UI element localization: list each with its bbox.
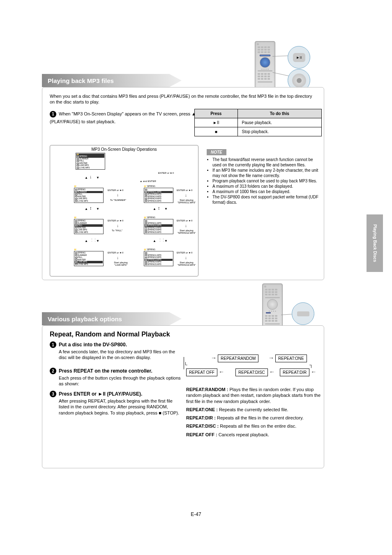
desc-text: Repeats all the files in the current dir… bbox=[217, 415, 304, 420]
osd-root-0: 📁 SPRING SUMMER FALL WINTER LIAR.MP3 LOV… bbox=[76, 153, 105, 170]
step-body: A few seconds later, the top directory a… bbox=[59, 349, 181, 361]
desc-label: REPEAT:RANDOM : bbox=[186, 387, 228, 392]
start2-label: Start playing "SPRING2.MP3" bbox=[175, 229, 198, 234]
step-body: Each press of the button cycles through … bbox=[59, 375, 181, 387]
step-lead: Press REPEAT on the remote controller. bbox=[59, 368, 152, 374]
repeat-cycle-diagram: → REPEAT:RANDOM → REPEAT:ONE ┐ REPEAT OF… bbox=[186, 355, 322, 383]
desc-label: REPEAT:DIR : bbox=[186, 415, 216, 420]
arrow-left-icon: ← bbox=[269, 368, 275, 375]
callout-repeat-button bbox=[292, 302, 314, 325]
note-heading: NOTE bbox=[207, 149, 226, 155]
table-cell-stop: ■ bbox=[195, 127, 238, 136]
table-head-action: To do this bbox=[238, 109, 321, 118]
desc-label: REPEAT:DISC : bbox=[186, 424, 219, 428]
to-summer-label: To "SUMMER" bbox=[110, 199, 126, 201]
step-lead: Put a disc into the DV-SP800. bbox=[59, 342, 127, 348]
press-action-table: PressTo do this ►II Pause playback. ■ St… bbox=[194, 109, 322, 136]
table-cell-play-pause: ►II bbox=[195, 118, 238, 127]
osd-spring-2: 📁 \SPRING .. SPRING1.MP3 SPRING2.MP3 SPR… bbox=[144, 248, 173, 266]
up-icon: ▲ bbox=[153, 207, 156, 211]
leader-line bbox=[272, 55, 289, 56]
osd-spring-0: 📁 \SPRING .. SPRING1.MP3 SPRING2.MP3 SPR… bbox=[144, 185, 173, 203]
desc-text: Cancels repeat playback. bbox=[219, 432, 270, 437]
desc-label: REPEAT:ONE : bbox=[186, 407, 218, 412]
arrow-right-icon: → bbox=[268, 355, 274, 361]
note-item: Program playback cannot be used to play … bbox=[212, 178, 323, 184]
up-icon: ▲ bbox=[85, 239, 88, 243]
intro-text: When you set a disc that contains MP3 fi… bbox=[50, 93, 316, 105]
note-item: A maximum of 1000 files can be displayed… bbox=[212, 189, 323, 194]
note-item: The DV-SP800 does not support packet wri… bbox=[212, 194, 323, 205]
section-banner-various: Various playback options bbox=[42, 312, 182, 325]
up-icon: ▲ bbox=[153, 239, 156, 243]
side-tab-playing-back-discs: Playing Back Discs bbox=[367, 214, 383, 272]
step-1: 1Put a disc into the DV-SP800. A few sec… bbox=[50, 341, 181, 361]
enter-label: ENTER or ►II bbox=[177, 251, 192, 254]
step-number-1: 1 bbox=[50, 341, 56, 348]
step-3: 3Press ENTER or ►II (PLAY/PAUSE). After … bbox=[50, 391, 181, 416]
desc-text: Repeats all the files on the entire disc… bbox=[220, 424, 296, 428]
enter-label: ENTER or ►II bbox=[150, 172, 182, 174]
repeat-one-box: REPEAT:ONE bbox=[275, 355, 307, 362]
start-liar-label: Start playing "LIAR.MP3" bbox=[108, 261, 133, 266]
repeat-descriptions: REPEAT:RANDOM : Plays the files in rando… bbox=[186, 387, 322, 438]
table-cell: Stop playback. bbox=[238, 127, 321, 136]
banner-label: Various playback options bbox=[48, 315, 122, 322]
note-item: The fast forward/fast reverse search fun… bbox=[212, 157, 323, 168]
start3-label: Start playing "SPRING3.MP3" bbox=[175, 261, 198, 266]
to-fall-label: To "FALL" bbox=[112, 229, 122, 232]
down-icon: ▼ bbox=[164, 207, 168, 211]
diagram-title: MP3 On-Screen Display Operations bbox=[50, 145, 198, 153]
banner-label: Playing back MP3 files bbox=[48, 77, 114, 84]
desc-text: Repeats the currently selected file. bbox=[219, 407, 288, 412]
callout-play-pause: ►II bbox=[288, 46, 310, 69]
nav-label: ▲ and ENTER bbox=[127, 180, 168, 182]
step-number-2: 2 bbox=[50, 368, 56, 374]
repeat-disc-box: REPEAT:DISC bbox=[235, 368, 268, 376]
desc-label: REPEAT OFF : bbox=[186, 432, 217, 437]
step-number-1: 1 bbox=[50, 111, 56, 117]
note-item: If an MP3 file name includes any 2-byte … bbox=[212, 168, 323, 178]
note-item: A maximum of 313 folders can be displaye… bbox=[212, 184, 323, 189]
enter-label: ENTER or ►II bbox=[108, 189, 123, 191]
panel-repeat-options: Repeat, Random and Normal Playback 1Put … bbox=[42, 325, 324, 468]
step-2: 2Press REPEAT on the remote controller. … bbox=[50, 368, 181, 387]
step-body: After pressing REPEAT, playback begins w… bbox=[59, 398, 181, 416]
osd-root-3: 📁 SPRING SUMMER FALL WINTER LIAR.MP3 LOV… bbox=[74, 248, 104, 266]
arrow-left-icon: ← bbox=[311, 368, 316, 375]
osd-spring-1: 📁 \SPRING .. SPRING1.MP3 SPRING2.MP3 SPR… bbox=[144, 216, 173, 234]
repeat-random-box: REPEAT:RANDOM bbox=[218, 355, 258, 362]
step-lead: Press ENTER or ►II (PLAY/PAUSE). bbox=[59, 391, 142, 397]
down-icon: ▼ bbox=[96, 207, 99, 211]
repeat-dir-box: REPEAT:DIR bbox=[280, 368, 309, 376]
page-number: E-47 bbox=[191, 511, 201, 517]
sub-title: Repeat, Random and Normal Playback bbox=[50, 331, 170, 338]
enter-label: ENTER or ►II bbox=[108, 251, 123, 254]
osd-root-2: 📁 SPRING SUMMER FALL WINTER LIAR.MP3 LOV… bbox=[74, 216, 104, 234]
table-head-press: Press bbox=[195, 109, 238, 118]
enter-label: ENTER or ►II bbox=[177, 189, 192, 191]
step-number-3: 3 bbox=[50, 391, 56, 397]
table-cell: Pause playback. bbox=[238, 118, 321, 127]
arrow-left-icon: ← bbox=[219, 368, 224, 375]
remote-illustration-top bbox=[255, 41, 275, 92]
start1-label: Start playing "SPRING1.MP3" bbox=[175, 199, 198, 204]
enter-label: ENTER or ►II bbox=[177, 219, 192, 222]
note-block: NOTE The fast forward/fast reverse searc… bbox=[207, 149, 323, 205]
osd-root-1: 📁 SPRING SUMMER FALL WINTER LIAR.MP3 LOV… bbox=[74, 185, 104, 203]
up-icon: ▲ bbox=[85, 176, 88, 180]
enter-label: ENTER or ►II bbox=[108, 219, 123, 222]
panel-mp3-playback: When you set a disc that contains MP3 fi… bbox=[42, 87, 324, 280]
repeat-off-box: REPEAT OFF bbox=[186, 368, 217, 376]
osd-navigation-diagram: MP3 On-Screen Display Operations 📁 SPRIN… bbox=[50, 145, 198, 276]
play-pause-icon: ►II bbox=[296, 55, 302, 60]
section-banner-mp3: Playing back MP3 files bbox=[42, 74, 182, 87]
down-icon: ▼ bbox=[96, 176, 99, 180]
up-icon: ▲ bbox=[85, 207, 88, 211]
arrow-right-icon: → bbox=[211, 355, 217, 361]
